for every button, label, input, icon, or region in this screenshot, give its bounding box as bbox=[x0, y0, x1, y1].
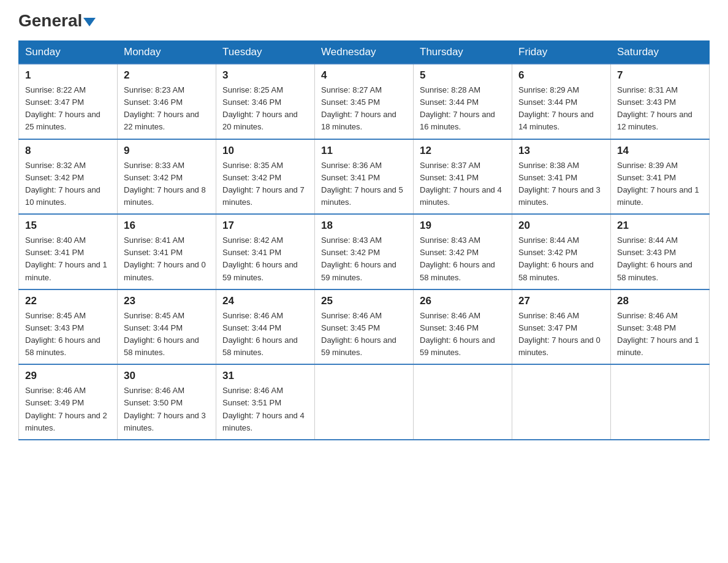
day-number: 13 bbox=[518, 145, 604, 157]
day-info: Sunrise: 8:39 AM Sunset: 3:41 PM Dayligh… bbox=[617, 159, 703, 209]
day-number: 23 bbox=[124, 295, 210, 307]
calendar-week-row: 29 Sunrise: 8:46 AM Sunset: 3:49 PM Dayl… bbox=[19, 364, 710, 440]
day-info: Sunrise: 8:42 AM Sunset: 3:41 PM Dayligh… bbox=[222, 234, 308, 284]
day-info: Sunrise: 8:29 AM Sunset: 3:44 PM Dayligh… bbox=[518, 84, 604, 134]
day-number: 17 bbox=[222, 220, 308, 232]
calendar-week-row: 1 Sunrise: 8:22 AM Sunset: 3:47 PM Dayli… bbox=[19, 64, 710, 139]
logo: General bbox=[18, 12, 96, 29]
day-number: 19 bbox=[420, 220, 506, 232]
day-info: Sunrise: 8:46 AM Sunset: 3:51 PM Dayligh… bbox=[222, 385, 308, 434]
calendar-day-cell: 20 Sunrise: 8:44 AM Sunset: 3:42 PM Dayl… bbox=[512, 214, 611, 289]
calendar-day-cell: 10 Sunrise: 8:35 AM Sunset: 3:42 PM Dayl… bbox=[216, 139, 315, 215]
day-info: Sunrise: 8:46 AM Sunset: 3:44 PM Dayligh… bbox=[222, 310, 308, 359]
calendar-day-cell: 23 Sunrise: 8:45 AM Sunset: 3:44 PM Dayl… bbox=[118, 289, 216, 365]
calendar-day-cell: 1 Sunrise: 8:22 AM Sunset: 3:47 PM Dayli… bbox=[19, 64, 118, 139]
calendar-week-row: 8 Sunrise: 8:32 AM Sunset: 3:42 PM Dayli… bbox=[19, 139, 710, 215]
day-info: Sunrise: 8:31 AM Sunset: 3:43 PM Dayligh… bbox=[617, 84, 703, 134]
day-info: Sunrise: 8:45 AM Sunset: 3:43 PM Dayligh… bbox=[25, 310, 111, 359]
calendar-day-cell: 6 Sunrise: 8:29 AM Sunset: 3:44 PM Dayli… bbox=[512, 64, 611, 139]
day-number: 4 bbox=[321, 69, 407, 82]
day-of-week-header: Friday bbox=[512, 41, 611, 64]
day-info: Sunrise: 8:41 AM Sunset: 3:41 PM Dayligh… bbox=[124, 234, 210, 284]
day-number: 5 bbox=[420, 69, 506, 82]
day-number: 15 bbox=[25, 220, 111, 232]
calendar-day-cell: 31 Sunrise: 8:46 AM Sunset: 3:51 PM Dayl… bbox=[216, 364, 315, 440]
day-number: 18 bbox=[321, 220, 407, 232]
calendar-table: SundayMondayTuesdayWednesdayThursdayFrid… bbox=[18, 40, 710, 440]
day-info: Sunrise: 8:45 AM Sunset: 3:44 PM Dayligh… bbox=[124, 310, 210, 359]
day-info: Sunrise: 8:46 AM Sunset: 3:47 PM Dayligh… bbox=[518, 310, 604, 359]
day-number: 30 bbox=[124, 370, 210, 382]
day-number: 31 bbox=[222, 370, 308, 382]
day-of-week-header: Saturday bbox=[611, 41, 710, 64]
calendar-week-row: 22 Sunrise: 8:45 AM Sunset: 3:43 PM Dayl… bbox=[19, 289, 710, 365]
day-number: 14 bbox=[617, 145, 703, 157]
calendar-day-cell: 9 Sunrise: 8:33 AM Sunset: 3:42 PM Dayli… bbox=[118, 139, 216, 215]
day-number: 8 bbox=[25, 145, 111, 157]
calendar-day-cell: 5 Sunrise: 8:28 AM Sunset: 3:44 PM Dayli… bbox=[414, 64, 512, 139]
calendar-day-cell: 8 Sunrise: 8:32 AM Sunset: 3:42 PM Dayli… bbox=[19, 139, 118, 215]
calendar-day-cell: 29 Sunrise: 8:46 AM Sunset: 3:49 PM Dayl… bbox=[19, 364, 118, 440]
day-info: Sunrise: 8:43 AM Sunset: 3:42 PM Dayligh… bbox=[321, 234, 407, 284]
day-info: Sunrise: 8:23 AM Sunset: 3:46 PM Dayligh… bbox=[124, 84, 210, 134]
calendar-day-cell: 7 Sunrise: 8:31 AM Sunset: 3:43 PM Dayli… bbox=[611, 64, 710, 139]
day-info: Sunrise: 8:33 AM Sunset: 3:42 PM Dayligh… bbox=[124, 159, 210, 209]
calendar-day-cell: 24 Sunrise: 8:46 AM Sunset: 3:44 PM Dayl… bbox=[216, 289, 315, 365]
day-info: Sunrise: 8:37 AM Sunset: 3:41 PM Dayligh… bbox=[420, 159, 506, 209]
day-info: Sunrise: 8:46 AM Sunset: 3:48 PM Dayligh… bbox=[617, 310, 703, 359]
calendar-day-cell: 14 Sunrise: 8:39 AM Sunset: 3:41 PM Dayl… bbox=[611, 139, 710, 215]
calendar-day-cell bbox=[414, 364, 512, 440]
page-header: General bbox=[18, 12, 710, 29]
day-number: 16 bbox=[124, 220, 210, 232]
calendar-day-cell: 12 Sunrise: 8:37 AM Sunset: 3:41 PM Dayl… bbox=[414, 139, 512, 215]
calendar-day-cell: 15 Sunrise: 8:40 AM Sunset: 3:41 PM Dayl… bbox=[19, 214, 118, 289]
day-info: Sunrise: 8:46 AM Sunset: 3:49 PM Dayligh… bbox=[25, 385, 111, 434]
day-of-week-header: Wednesday bbox=[315, 41, 414, 64]
day-of-week-header: Monday bbox=[118, 41, 216, 64]
day-of-week-header: Sunday bbox=[19, 41, 118, 64]
day-info: Sunrise: 8:43 AM Sunset: 3:42 PM Dayligh… bbox=[420, 234, 506, 284]
calendar-day-cell: 16 Sunrise: 8:41 AM Sunset: 3:41 PM Dayl… bbox=[118, 214, 216, 289]
calendar-day-cell: 11 Sunrise: 8:36 AM Sunset: 3:41 PM Dayl… bbox=[315, 139, 414, 215]
day-number: 29 bbox=[25, 370, 111, 382]
day-number: 7 bbox=[617, 69, 703, 82]
day-info: Sunrise: 8:46 AM Sunset: 3:50 PM Dayligh… bbox=[124, 385, 210, 434]
day-info: Sunrise: 8:36 AM Sunset: 3:41 PM Dayligh… bbox=[321, 159, 407, 209]
calendar-day-cell: 21 Sunrise: 8:44 AM Sunset: 3:43 PM Dayl… bbox=[611, 214, 710, 289]
calendar-day-cell: 28 Sunrise: 8:46 AM Sunset: 3:48 PM Dayl… bbox=[611, 289, 710, 365]
calendar-day-cell: 4 Sunrise: 8:27 AM Sunset: 3:45 PM Dayli… bbox=[315, 64, 414, 139]
logo-general-text: General bbox=[18, 12, 96, 29]
day-number: 9 bbox=[124, 145, 210, 157]
calendar-day-cell: 2 Sunrise: 8:23 AM Sunset: 3:46 PM Dayli… bbox=[118, 64, 216, 139]
day-info: Sunrise: 8:27 AM Sunset: 3:45 PM Dayligh… bbox=[321, 84, 407, 134]
logo-arrow-icon bbox=[83, 18, 96, 26]
day-number: 2 bbox=[124, 69, 210, 82]
day-number: 28 bbox=[617, 295, 703, 307]
day-number: 6 bbox=[518, 69, 604, 82]
calendar-day-cell: 3 Sunrise: 8:25 AM Sunset: 3:46 PM Dayli… bbox=[216, 64, 315, 139]
day-info: Sunrise: 8:28 AM Sunset: 3:44 PM Dayligh… bbox=[420, 84, 506, 134]
day-info: Sunrise: 8:22 AM Sunset: 3:47 PM Dayligh… bbox=[25, 84, 111, 134]
day-info: Sunrise: 8:38 AM Sunset: 3:41 PM Dayligh… bbox=[518, 159, 604, 209]
day-number: 20 bbox=[518, 220, 604, 232]
day-of-week-header: Thursday bbox=[414, 41, 512, 64]
day-number: 3 bbox=[222, 69, 308, 82]
day-info: Sunrise: 8:46 AM Sunset: 3:46 PM Dayligh… bbox=[420, 310, 506, 359]
calendar-header-row: SundayMondayTuesdayWednesdayThursdayFrid… bbox=[19, 41, 710, 64]
day-number: 22 bbox=[25, 295, 111, 307]
calendar-day-cell: 25 Sunrise: 8:46 AM Sunset: 3:45 PM Dayl… bbox=[315, 289, 414, 365]
calendar-day-cell: 17 Sunrise: 8:42 AM Sunset: 3:41 PM Dayl… bbox=[216, 214, 315, 289]
day-number: 25 bbox=[321, 295, 407, 307]
calendar-day-cell: 19 Sunrise: 8:43 AM Sunset: 3:42 PM Dayl… bbox=[414, 214, 512, 289]
day-number: 26 bbox=[420, 295, 506, 307]
day-number: 11 bbox=[321, 145, 407, 157]
day-number: 10 bbox=[222, 145, 308, 157]
calendar-day-cell: 30 Sunrise: 8:46 AM Sunset: 3:50 PM Dayl… bbox=[118, 364, 216, 440]
calendar-week-row: 15 Sunrise: 8:40 AM Sunset: 3:41 PM Dayl… bbox=[19, 214, 710, 289]
day-info: Sunrise: 8:44 AM Sunset: 3:42 PM Dayligh… bbox=[518, 234, 604, 284]
day-number: 1 bbox=[25, 69, 111, 82]
day-info: Sunrise: 8:40 AM Sunset: 3:41 PM Dayligh… bbox=[25, 234, 111, 284]
day-number: 27 bbox=[518, 295, 604, 307]
calendar-day-cell: 22 Sunrise: 8:45 AM Sunset: 3:43 PM Dayl… bbox=[19, 289, 118, 365]
day-of-week-header: Tuesday bbox=[216, 41, 315, 64]
